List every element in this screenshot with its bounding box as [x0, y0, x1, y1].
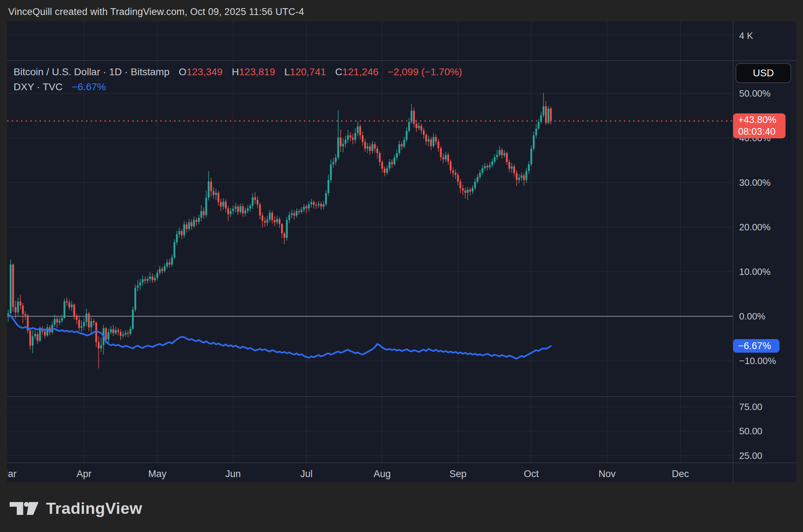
y-axis-label: 50.00%: [739, 88, 771, 99]
time-axis-label: Sep: [449, 469, 467, 480]
legend-main-row[interactable]: Bitcoin / U.S. Dollar · 1D · Bitstamp O1…: [14, 66, 462, 78]
top-pane-axis-label: 4 K: [739, 30, 753, 41]
change-value: −2,099 (−1.70%): [388, 66, 462, 77]
attribution-title: VinceQuill created with TradingView.com,…: [8, 6, 793, 17]
compare-change-value: −6.67%: [72, 81, 106, 92]
legend-compare-row[interactable]: DXY · TVC −6.67%: [14, 81, 462, 93]
y-axis-label: 30.00%: [739, 177, 771, 188]
y-axis-label: 0.00%: [739, 311, 766, 322]
time-axis-label: Jul: [300, 469, 313, 480]
time-axis-label: May: [148, 469, 166, 480]
time-axis-label: Nov: [599, 469, 616, 480]
last-price-badge: +43.80% 08:03:40: [733, 113, 786, 138]
currency-toggle-button[interactable]: USD: [736, 63, 791, 83]
bar-countdown: 08:03:40: [738, 126, 781, 138]
compare-symbol-title: DXY · TVC: [14, 81, 62, 92]
close-value: 121,246: [342, 66, 378, 77]
high-value: 123,819: [239, 66, 275, 77]
time-axis-label: Jun: [225, 469, 241, 480]
time-axis-label: Dec: [672, 469, 689, 480]
time-axis-label: Apr: [76, 469, 91, 480]
y-axis-label: −10.00%: [739, 355, 776, 367]
high-key: H: [232, 66, 239, 77]
close-key: C: [335, 66, 342, 77]
y-axis-label: 10.00%: [739, 266, 771, 277]
footer-watermark: TradingView: [10, 499, 142, 518]
indicator-axis-label: 75.00: [739, 401, 762, 413]
chart-legend: Bitcoin / U.S. Dollar · 1D · Bitstamp O1…: [14, 66, 462, 93]
time-axis[interactable]: MarAprMayJunJulAugSepOctNovDec: [7, 463, 733, 482]
indicator-axis-label: 50.00: [739, 426, 762, 437]
time-axis-label: Oct: [524, 469, 539, 480]
open-value: 123,349: [187, 66, 223, 77]
symbol-title: Bitcoin / U.S. Dollar · 1D · Bitstamp: [14, 66, 169, 77]
low-value: 120,741: [290, 66, 326, 77]
indicator-axis-label: 25.00: [739, 450, 762, 461]
compare-price-change: −6.67%: [738, 340, 771, 352]
time-axis-label: Mar: [7, 469, 16, 480]
y-axis-label: 20.00%: [739, 221, 771, 232]
last-price-change: +43.80%: [738, 114, 781, 126]
time-axis-label: Aug: [373, 469, 391, 480]
tradingview-logo-icon: [10, 502, 39, 515]
open-key: O: [179, 66, 187, 77]
tradingview-snapshot: VinceQuill created with TradingView.com,…: [0, 0, 803, 532]
low-key: L: [284, 66, 290, 77]
tradingview-wordmark: TradingView: [46, 499, 142, 518]
compare-price-badge: −6.67%: [733, 339, 779, 353]
